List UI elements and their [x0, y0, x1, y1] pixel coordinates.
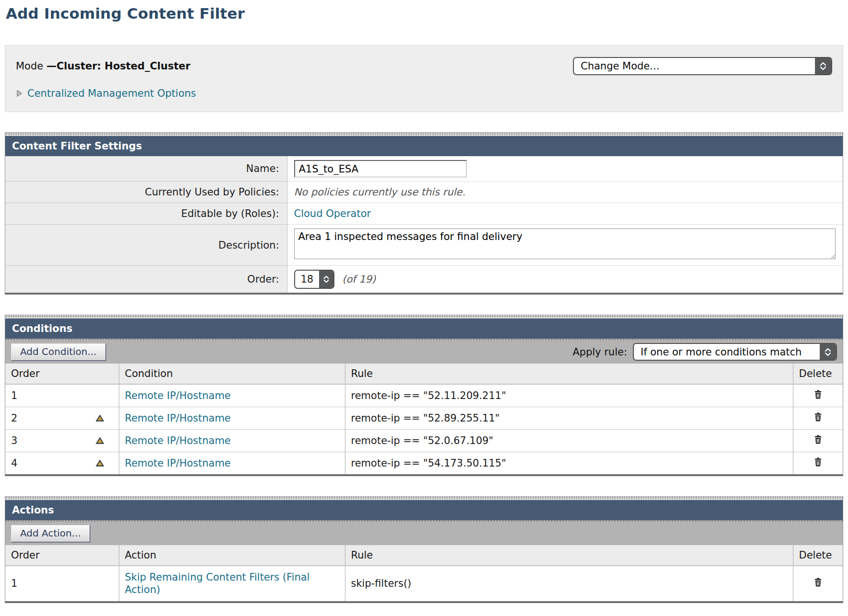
apply-rule-select-value: If one or more conditions match [634, 344, 820, 360]
name-input[interactable] [294, 160, 467, 177]
actions-panel: Actions Add Action... Order Action Rule … [5, 496, 843, 603]
order-label: Order: [5, 266, 287, 293]
settings-row-description: Description: Area 1 inspected messages f… [5, 225, 843, 266]
trash-icon [813, 457, 823, 467]
policies-label: Currently Used by Policies: [5, 182, 287, 203]
description-textarea[interactable]: Area 1 inspected messages for final deli… [294, 228, 836, 259]
order-select[interactable]: 18 [294, 270, 335, 289]
actions-table-header: Order Action Rule Delete [5, 545, 843, 566]
settings-row-order: Order: 18 (of 19) [5, 266, 843, 293]
page-title: Add Incoming Content Filter [6, 5, 843, 22]
condition-row: 2 Remote IP/Hostname remote-ip == "52.89… [5, 407, 843, 430]
page: Add Incoming Content Filter Mode —Cluste… [0, 0, 848, 616]
col-order: Order [5, 545, 119, 566]
conditions-table-header: Order Condition Rule Delete [5, 364, 843, 384]
row-order: 4 [11, 457, 17, 469]
col-condition: Condition [119, 364, 345, 384]
actions-header: Actions [5, 500, 843, 520]
col-action: Action [119, 545, 345, 566]
conditions-header: Conditions [5, 319, 843, 339]
trash-icon [813, 412, 823, 422]
action-row: 1 Skip Remaining Content Filters (Final … [5, 566, 843, 601]
col-delete: Delete [793, 364, 843, 384]
apply-rule-label: Apply rule: [573, 346, 627, 358]
dotted-strip [5, 497, 843, 500]
row-order: 2 [11, 412, 17, 424]
settings-row-name: Name: [5, 156, 843, 182]
action-link[interactable]: Skip Remaining Content Filters (Final Ac… [125, 571, 331, 596]
delete-button[interactable] [813, 577, 823, 587]
col-rule: Rule [345, 545, 793, 566]
trash-icon [813, 434, 823, 445]
cloud-operator-link[interactable]: Cloud Operator [294, 208, 371, 219]
condition-row: 3 Remote IP/Hostname remote-ip == "52.0.… [5, 430, 843, 452]
delete-button[interactable] [813, 434, 823, 445]
condition-row: 1 Remote IP/Hostname remote-ip == "52.11… [5, 384, 843, 407]
apply-rule-select[interactable]: If one or more conditions match [633, 343, 837, 361]
row-order: 3 [11, 435, 17, 446]
col-delete: Delete [793, 545, 843, 566]
rule-text: skip-filters() [345, 566, 793, 601]
rule-text: remote-ip == "52.0.67.109" [345, 430, 793, 452]
row-order: 1 [11, 390, 17, 401]
row-order: 1 [11, 578, 17, 589]
add-action-button[interactable]: Add Action... [11, 525, 90, 542]
move-up-icon [95, 459, 104, 468]
condition-link[interactable]: Remote IP/Hostname [125, 412, 231, 424]
dotted-strip [5, 315, 843, 319]
move-up-icon [95, 414, 104, 423]
rule-text: remote-ip == "52.89.255.11" [345, 407, 793, 430]
select-stepper-icon [820, 344, 836, 360]
add-condition-button[interactable]: Add Condition... [11, 343, 106, 361]
content-filter-settings-header: Content Filter Settings [5, 136, 843, 156]
settings-row-roles: Editable by (Roles): Cloud Operator [5, 203, 843, 225]
conditions-panel: Conditions Add Condition... Apply rule: … [5, 315, 843, 476]
delete-button[interactable] [813, 457, 823, 467]
condition-row: 4 Remote IP/Hostname remote-ip == "54.17… [5, 452, 843, 475]
disclosure-triangle-icon[interactable] [16, 89, 23, 98]
conditions-toolbar: Add Condition... Apply rule: If one or m… [5, 339, 843, 364]
mode-value: —Cluster: Hosted_Cluster [46, 60, 190, 72]
order-select-value: 18 [295, 271, 320, 288]
select-stepper-icon [815, 58, 831, 74]
move-up-button[interactable] [95, 414, 104, 423]
actions-table: Order Action Rule Delete 1 Skip Remainin… [5, 545, 843, 601]
settings-table: Name: Currently Used by Policies: No pol… [5, 156, 843, 293]
order-of-text: (of 19) [342, 274, 376, 285]
col-rule: Rule [345, 364, 793, 384]
change-mode-select[interactable]: Change Mode... [573, 57, 832, 75]
select-stepper-icon [319, 271, 333, 288]
conditions-table: Order Condition Rule Delete 1 Remote IP/… [5, 364, 843, 474]
settings-row-policies: Currently Used by Policies: No policies … [5, 182, 843, 203]
condition-link[interactable]: Remote IP/Hostname [125, 435, 231, 446]
trash-icon [813, 389, 823, 399]
col-order: Order [5, 364, 119, 384]
condition-link[interactable]: Remote IP/Hostname [125, 457, 231, 469]
roles-label: Editable by (Roles): [5, 203, 287, 225]
mode-panel: Mode —Cluster: Hosted_Cluster Change Mod… [5, 45, 843, 112]
trash-icon [813, 577, 823, 587]
rule-text: remote-ip == "54.173.50.115" [345, 452, 793, 475]
condition-link[interactable]: Remote IP/Hostname [125, 390, 231, 401]
rule-text: remote-ip == "52.11.209.211" [345, 384, 793, 407]
description-label: Description: [5, 225, 287, 266]
centralized-management-options-link[interactable]: Centralized Management Options [27, 88, 196, 99]
move-up-button[interactable] [95, 459, 104, 468]
policies-value: No policies currently use this rule. [294, 186, 466, 198]
content-filter-settings-panel: Content Filter Settings Name: Currently … [5, 132, 843, 295]
move-up-icon [95, 436, 104, 445]
change-mode-select-value: Change Mode... [574, 58, 815, 74]
mode-label: Mode [16, 60, 46, 72]
actions-toolbar: Add Action... [5, 520, 843, 545]
move-up-button[interactable] [95, 436, 104, 445]
mode-text: Mode —Cluster: Hosted_Cluster [16, 60, 190, 72]
delete-button[interactable] [813, 412, 823, 422]
name-label: Name: [5, 156, 287, 182]
delete-button[interactable] [813, 389, 823, 399]
dotted-strip [5, 133, 843, 136]
